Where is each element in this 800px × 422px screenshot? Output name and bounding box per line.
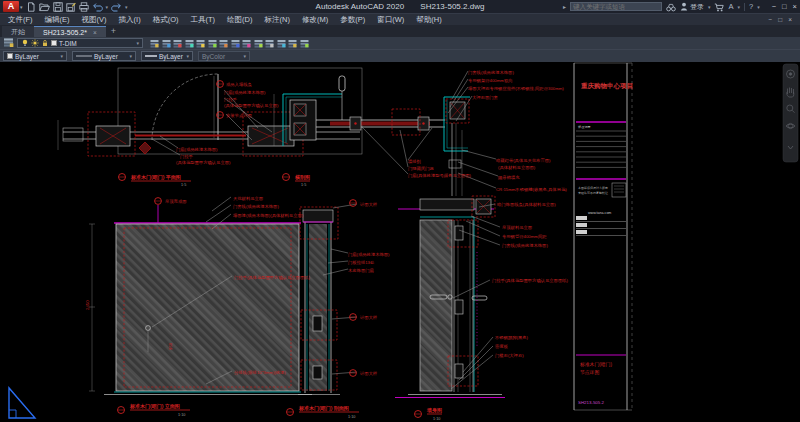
layer-dropdown[interactable]: T-DIM ▾ <box>17 38 143 48</box>
save-as-icon[interactable] <box>66 2 76 12</box>
detail-title: 标准木门(暗门) 立面图1:10 <box>118 403 191 417</box>
new-tab-button[interactable]: + <box>111 26 116 37</box>
menu-item-7[interactable]: 标注(N) <box>265 15 290 25</box>
color-value: ByLayer <box>15 53 39 60</box>
svg-text:墙身图: 墙身图 <box>426 407 442 414</box>
drawing-annotation: 门拉手 <box>224 97 238 102</box>
menu-item-0[interactable]: 文件(F) <box>8 15 33 25</box>
drawing-annotation: 暗门饰面线条(具体材料见立面) <box>497 202 556 208</box>
help-icon[interactable]: ? <box>749 2 753 11</box>
drawing-annotation: 重庆购物中心项目 <box>581 82 633 90</box>
person-icon <box>680 2 688 11</box>
app-menu-arrow-icon[interactable]: ▾ <box>20 4 23 10</box>
drawing-annotation: CR:15mm不锈钢槽(嵌黑色,具体另选) <box>496 187 567 192</box>
drawing-annotation: SH213-505.2 <box>578 400 604 405</box>
drawing-annotation: 标准木门(暗门) <box>579 361 612 368</box>
minimize-button[interactable]: − <box>772 1 776 12</box>
sign-in-button[interactable]: 登录 <box>680 2 704 12</box>
sign-in-label: 登录 <box>690 2 704 12</box>
redo-icon[interactable] <box>111 2 122 12</box>
layer-make-current-icon[interactable] <box>219 34 228 52</box>
detail-title: 标准木门(暗门) 剖面图1:10 <box>287 405 360 419</box>
file-tab-bar: 开始 SH213-505.2* × + <box>0 25 800 37</box>
autocad-logo[interactable]: A <box>3 1 19 12</box>
doc-restore-button[interactable]: □ <box>778 16 782 23</box>
close-button[interactable]: × <box>793 1 797 12</box>
new-file-icon[interactable] <box>26 2 36 12</box>
layer-previous-icon[interactable] <box>242 34 251 52</box>
drawing-annotation: (具体选型需甲方确认见立面) <box>176 160 231 165</box>
save-icon[interactable] <box>53 2 63 12</box>
svg-text:横剖图: 横剖图 <box>294 174 310 181</box>
qat-customize-icon[interactable]: ▾ <box>125 4 128 10</box>
undo-icon[interactable] <box>92 2 103 12</box>
svg-text:标准木门(暗门) 立面图: 标准木门(暗门) 立面图 <box>129 403 180 410</box>
menu-item-5[interactable]: 工具(T) <box>191 15 216 25</box>
menu-item-2[interactable]: 视图(V) <box>82 15 107 25</box>
layer-freeze-icon[interactable] <box>196 34 205 52</box>
layer-unisolate-icon[interactable] <box>185 34 194 52</box>
menu-item-11[interactable]: 帮助(H) <box>416 15 441 25</box>
search-input[interactable] <box>570 2 662 11</box>
help-dropdown-icon[interactable]: ▾ <box>757 4 760 10</box>
drawing-annotation: 门扇(成品烤漆木饰面) <box>224 90 266 95</box>
layer-lock-icon[interactable] <box>208 34 217 52</box>
menu-item-10[interactable]: 窗口(W) <box>377 15 404 25</box>
drawing-annotation: (具体材料见立面图) <box>498 165 536 171</box>
tab-drawing[interactable]: SH213-505.2* × <box>34 26 106 37</box>
menu-item-4[interactable]: 格式(O) <box>153 15 179 25</box>
layer-walk-icon[interactable] <box>265 34 274 52</box>
autodesk-a-icon[interactable]: A <box>728 2 733 11</box>
layer-properties-icon[interactable] <box>150 34 159 52</box>
menu-item-3[interactable]: 插入(I) <box>119 15 141 25</box>
signin-dropdown-icon[interactable]: ▾ <box>708 4 711 10</box>
a360-dropdown-icon[interactable]: ▾ <box>737 4 740 10</box>
plot-icon[interactable] <box>79 2 89 12</box>
open-folder-icon[interactable] <box>39 2 50 12</box>
drawing-annotation: 本图版权归设计方所有 <box>578 186 608 190</box>
layer-thaw-icon[interactable] <box>277 34 286 52</box>
menu-item-8[interactable]: 修改(M) <box>302 15 328 25</box>
drawing-annotation: 门套线(成品烤漆木饰面) <box>502 243 548 248</box>
layer-match-icon[interactable] <box>231 34 240 52</box>
undo-dropdown-icon[interactable]: ▾ <box>106 4 109 10</box>
infocenter-flyout-icon[interactable]: ▸ <box>563 3 566 10</box>
lineweight-value: ByLayer <box>159 53 183 60</box>
layer-properties-manager-icon[interactable] <box>3 34 14 52</box>
menu-item-6[interactable]: 绘图(D) <box>227 15 252 25</box>
drawing-annotation: 吊顶材料见立面 <box>502 225 533 231</box>
drawing-canvas[interactable]: 成品入墙线条门扇(成品烤漆木饰面)门拉手(具体选型需甲方确认见立面)安装节点详图… <box>0 62 800 422</box>
svg-text:1:10: 1:10 <box>348 415 355 419</box>
drawing-annotation: 门板拉缝13处 <box>348 260 375 265</box>
drawing-annotation: 安装节点详图 <box>226 113 252 118</box>
app-title-text: Autodesk AutoCAD 2020 <box>316 2 405 11</box>
doc-minimize-button[interactable]: − <box>768 16 772 23</box>
layer-color-swatch <box>51 40 57 46</box>
search-binoculars-icon[interactable] <box>666 0 676 16</box>
tab-close-icon[interactable]: × <box>93 29 97 36</box>
layer-merge-icon[interactable] <box>300 34 309 52</box>
drawing-annotation: 专用钢管@400mm间距 <box>502 234 547 240</box>
menu-item-1[interactable]: 编辑(E) <box>45 15 70 25</box>
app-store-cart-icon[interactable] <box>714 0 724 16</box>
restore-button[interactable]: □ <box>782 1 787 12</box>
layer-state-icon[interactable] <box>254 34 263 52</box>
layer-isolate-icon[interactable] <box>173 34 182 52</box>
drawing-annotation: 隔音棉填充 <box>498 175 520 181</box>
doc-close-button[interactable]: × <box>788 16 792 23</box>
menu-item-9[interactable]: 参数(P) <box>340 15 365 25</box>
svg-text:标准木门(暗门) 剖面图: 标准木门(暗门) 剖面图 <box>298 405 349 412</box>
drawing-annotation: (具体选型需甲方确认见立面) <box>224 103 279 108</box>
linetype-dropdown[interactable]: ByLayer ▾ <box>72 51 136 61</box>
layer-off-icon[interactable] <box>162 34 171 52</box>
color-dropdown[interactable]: ByLayer ▾ <box>3 51 67 61</box>
layer-unlock-icon[interactable] <box>288 34 297 52</box>
drawing-annotation: 密度板 <box>495 344 509 349</box>
menu-items: 文件(F)编辑(E)视图(V)插入(I)格式(O)工具(T)绘图(D)标注(N)… <box>8 15 454 25</box>
svg-text:1:5: 1:5 <box>301 183 306 187</box>
drawing-annotation: 填缝剂 <box>407 159 421 164</box>
lineweight-dropdown[interactable]: ByLayer ▾ <box>141 51 193 61</box>
drawing-annotation: 详图大样 <box>360 315 377 320</box>
svg-text:1:5: 1:5 <box>181 183 186 187</box>
navigation-bar[interactable] <box>783 64 798 162</box>
